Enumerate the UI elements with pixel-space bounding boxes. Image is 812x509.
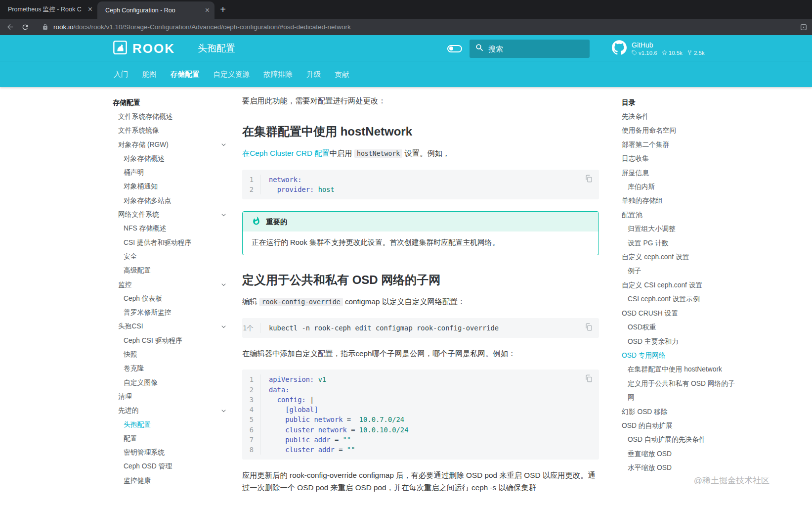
sidebar-item[interactable]: 头孢配置 (113, 418, 232, 432)
paragraph-text: 编辑 (242, 297, 259, 306)
toc-item[interactable]: 配置池 (622, 208, 739, 222)
sidebar-item[interactable]: 自定义图像 (113, 376, 232, 390)
site-logo[interactable]: ROOK (113, 40, 175, 57)
code-line: 2 provider: host (242, 185, 599, 194)
toc-item[interactable]: 屏显信息 (622, 166, 739, 180)
sidebar-item[interactable]: 先进的 (113, 404, 232, 417)
sidebar-item[interactable]: NFS 存储概述 (113, 222, 232, 235)
sidebar-item-label: 对象存储多站点 (124, 194, 171, 208)
toc-item[interactable]: 在集群配置中使用 hostNetwork (622, 363, 739, 376)
sidebar-item[interactable]: 对象存储多站点 (113, 194, 232, 208)
copy-icon[interactable] (584, 374, 593, 385)
sidebar-item[interactable]: 桶声明 (113, 166, 232, 180)
sidebar-item[interactable]: 配置 (113, 432, 232, 446)
toc-item[interactable]: 使用备用命名空间 (622, 124, 739, 138)
github-repo-link[interactable]: GitHub v1.10.6 10.5k 2.5k (612, 40, 706, 57)
sidebar-item[interactable]: 卷克隆 (113, 362, 232, 375)
sidebar-item[interactable]: CSI 提供者和驱动程序 (113, 236, 232, 250)
sidebar-item[interactable]: 文件系统镜像 (113, 124, 232, 138)
chevron-down-icon[interactable] (220, 211, 227, 219)
sidebar-item[interactable]: 对象桶通知 (113, 180, 232, 193)
toc-item[interactable]: 设置 PG 计数 (622, 236, 739, 250)
toc-item[interactable]: 自定义 CSI ceph.conf 设置 (622, 278, 739, 292)
toc-item[interactable]: 归置组大小调整 (622, 222, 739, 236)
nav-tab[interactable]: 入门 (114, 70, 128, 79)
code-line-text: cluster addr = "" (269, 445, 355, 455)
nav-tab[interactable]: 贡献 (335, 70, 349, 79)
sidebar-item-label: Ceph 仪表板 (124, 292, 162, 306)
chevron-down-icon[interactable] (220, 281, 227, 288)
copy-icon[interactable] (584, 323, 593, 334)
nav-tab[interactable]: 自定义资源 (214, 70, 250, 79)
sidebar-item[interactable]: 对象存储概述 (113, 152, 232, 166)
address-bar[interactable]: rook.io/docs/rook/v1.10/Storage-Configur… (53, 23, 800, 31)
toc-item[interactable]: 自定义 ceph.conf 设置 (622, 250, 739, 264)
toc-item[interactable]: 先决条件 (622, 110, 739, 124)
code-token: = (343, 416, 359, 423)
code-line-text: public network = 10.0.7.0/24 (269, 415, 404, 424)
close-icon[interactable]: × (88, 5, 92, 13)
line-number: 5 (242, 415, 261, 424)
code-line: 6 cluster network = 10.0.10.0/24 (242, 425, 599, 435)
nav-tab[interactable]: 存储配置 (171, 70, 200, 79)
toc-item[interactable]: 水平缩放 OSD (622, 461, 739, 475)
sidebar-item[interactable]: 清理 (113, 390, 232, 404)
sidebar-item[interactable]: 文件系统存储概述 (113, 110, 232, 124)
sidebar-item[interactable]: Ceph 仪表板 (113, 292, 232, 306)
toc-item[interactable]: OSD 的自动扩展 (622, 419, 739, 433)
nav-tab[interactable]: 舵图 (142, 70, 156, 79)
chevron-down-icon[interactable] (220, 141, 227, 148)
sidebar-item[interactable]: 密钥管理系统 (113, 446, 232, 460)
toc-item[interactable]: 日志收集 (622, 152, 739, 166)
nav-tab[interactable]: 故障排除 (263, 70, 293, 79)
code-token (269, 426, 285, 434)
nav-tab[interactable]: 升级 (306, 70, 321, 79)
close-icon[interactable]: × (205, 6, 210, 14)
toc-item[interactable]: 幻影 OSD 移除 (622, 405, 739, 419)
sidebar-item-label: 对象存储概述 (124, 152, 165, 166)
toc-item[interactable]: 库伯内斯 (622, 180, 739, 194)
code-block-lines: 1network:2 provider: host (242, 175, 599, 194)
browser-extension-icon[interactable] (800, 23, 808, 31)
toc-item[interactable]: OSD权重 (622, 321, 739, 334)
sidebar-item[interactable]: 监控 (113, 278, 232, 292)
new-tab-button[interactable]: + (214, 0, 231, 19)
reload-icon[interactable] (21, 23, 29, 31)
sidebar-item[interactable]: 对象存储 (RGW) (113, 138, 232, 152)
sidebar-item[interactable]: 普罗米修斯监控 (113, 306, 232, 320)
toc-item[interactable]: CSI ceph.conf 设置示例 (622, 292, 739, 306)
back-icon[interactable] (6, 23, 14, 31)
url-host: rook.io (53, 23, 74, 31)
sidebar-item[interactable]: 安全 (113, 250, 232, 264)
toc-item[interactable]: 垂直缩放 OSD (622, 447, 739, 461)
toc-item[interactable]: 例子 (622, 264, 739, 278)
code-line-text: cluster network = 10.0.10.0/24 (269, 425, 408, 435)
browser-tab[interactable]: Prometheus 监控 - Rook C × (0, 0, 97, 19)
code-token: cluster network (285, 426, 347, 434)
browser-tab-active[interactable]: Ceph Configuration - Roo × (97, 1, 214, 19)
toc-item[interactable]: 定义用于公共和私有 OSD 网络的子网 (622, 377, 739, 405)
sidebar-item[interactable]: Ceph CSI 驱动程序 (113, 334, 232, 348)
sidebar-item[interactable]: Ceph OSD 管理 (113, 460, 232, 473)
repo-forks: 2.5k (694, 50, 705, 56)
ceph-cluster-crd-link[interactable]: 在Ceph Cluster CRD 配置 (242, 149, 330, 157)
fork-icon (687, 50, 692, 56)
sidebar-item[interactable]: 网络文件系统 (113, 208, 232, 222)
search-box[interactable] (470, 40, 590, 58)
code-line: 4 [global] (242, 405, 599, 415)
toc-item[interactable]: OSD CRUSH 设置 (622, 307, 739, 321)
chevron-down-icon[interactable] (220, 323, 227, 330)
toc-item[interactable]: OSD 主要亲和力 (622, 335, 739, 349)
toc-item[interactable]: 部署第二个集群 (622, 138, 739, 152)
theme-toggle[interactable] (447, 45, 462, 52)
toc-item[interactable]: 单独的存储组 (622, 194, 739, 208)
search-input[interactable] (488, 45, 577, 53)
chevron-down-icon[interactable] (220, 407, 227, 415)
sidebar-item[interactable]: 头孢CSI (113, 320, 232, 333)
toc-item[interactable]: OSD 专用网络 (622, 349, 739, 363)
sidebar-item[interactable]: 监控健康 (113, 474, 232, 488)
copy-icon[interactable] (584, 174, 593, 185)
sidebar-item[interactable]: 高级配置 (113, 264, 232, 278)
sidebar-item[interactable]: 快照 (113, 348, 232, 362)
toc-item[interactable]: OSD 自动扩展的先决条件 (622, 433, 739, 447)
